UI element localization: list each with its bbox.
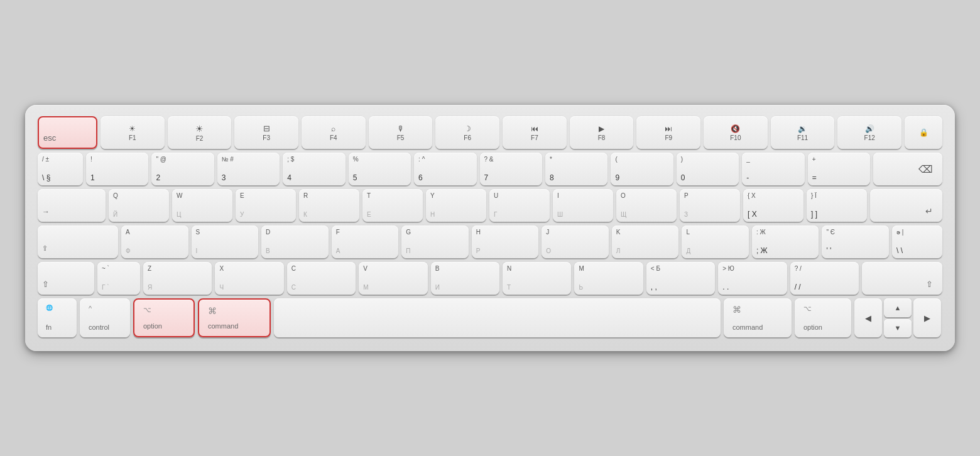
key-f1[interactable]: ☀F1 [101,116,165,149]
key-n[interactable]: N Т [503,262,571,295]
key-e[interactable]: E У [236,189,296,222]
key-x[interactable]: X Ч [215,262,283,295]
key-g[interactable]: G П [401,225,469,258]
key-f11[interactable]: 🔉F11 [771,116,835,149]
key-s[interactable]: S І [192,225,259,258]
asdf-row: ⇪ A Ф S І D В F А G П H Р J О [38,225,942,258]
key-lbracket[interactable]: { X [ Х [743,189,803,222]
key-u[interactable]: U Г [489,189,550,222]
key-f2[interactable]: ☀F2 [168,116,232,149]
key-j[interactable]: J О [542,225,609,258]
key-quote[interactable]: " Є ' ' [822,225,889,258]
key-f7[interactable]: ⏮F7 [503,116,567,149]
key-0[interactable]: ) 0 [677,153,739,185]
key-t[interactable]: T Е [362,189,423,222]
key-command-left[interactable]: ⌘ command [198,298,271,337]
key-fn[interactable]: 🌐 fn [38,298,77,337]
key-2[interactable]: " @ 2 [151,153,214,185]
key-f12[interactable]: 🔊F12 [837,116,901,149]
key-m[interactable]: M Ь [574,262,643,295]
zxcv-row: ⇧ ~ ` Г ` Z Я X Ч C С V М B И N Т [38,262,942,295]
key-p[interactable]: P З [680,189,740,222]
key-arrow-down[interactable]: ▼ [884,319,912,338]
key-z[interactable]: Z Я [143,262,212,295]
key-caps-lock[interactable]: ⇪ [38,225,118,258]
key-option-left[interactable]: ⌥ option [133,298,195,337]
key-backspace[interactable]: ⌫ [873,153,942,185]
key-f10[interactable]: 🔇F10 [704,116,768,149]
key-5[interactable]: % 5 [349,153,411,185]
key-backslash[interactable]: ə | \ \ [892,225,942,258]
key-k[interactable]: K Л [612,225,679,258]
key-esc[interactable]: esc [38,116,97,149]
key-arrow-left[interactable]: ◀ [854,298,882,337]
key-7[interactable]: ? & 7 [480,153,542,185]
key-4[interactable]: ; $ 4 [283,153,345,185]
fn-row: esc ☀F1 ☀F2 ⊟F3 ⌕F4 🎙F5 ☽F6 ⏮F7 ▶F8 ⏭F9 [38,116,942,149]
key-8[interactable]: * 8 [545,153,607,185]
key-lock[interactable]: 🔒 [905,116,942,149]
keyboard: esc ☀F1 ☀F2 ⊟F3 ⌕F4 🎙F5 ☽F6 ⏮F7 ▶F8 ⏭F9 [25,105,955,351]
key-y[interactable]: Y Н [426,189,486,222]
key-comma[interactable]: < Б , , [646,262,715,295]
number-row: / ± \ § ! 1 " @ 2 № # 3 ; $ 4 % 5 : ^ 6 … [38,153,942,185]
key-f[interactable]: F А [332,225,399,258]
key-v[interactable]: V М [359,262,427,295]
key-semicolon[interactable]: : Ж ; Ж [752,225,819,258]
key-z-extra[interactable]: ~ ` Г ` [97,262,140,295]
key-6[interactable]: : ^ 6 [414,153,476,185]
key-f4[interactable]: ⌕F4 [302,116,366,149]
key-option-right[interactable]: ⌥ option [795,298,851,337]
key-w[interactable]: W Ц [172,189,232,222]
key-f3[interactable]: ⊟F3 [234,116,298,149]
key-f8[interactable]: ▶F8 [570,116,634,149]
key-q[interactable]: Q Й [109,189,169,222]
key-enter[interactable]: ↵ [870,189,942,222]
key-f6[interactable]: ☽F6 [435,116,499,149]
key-o[interactable]: O Щ [616,189,677,222]
key-tilde[interactable]: / ± \ § [38,153,83,185]
key-period[interactable]: > Ю . . [718,262,787,295]
key-command-right[interactable]: ⌘ command [724,298,792,337]
key-slash[interactable]: ? / / / [790,262,859,295]
key-a[interactable]: A Ф [121,225,188,258]
key-shift-right[interactable]: ⇧ [862,262,942,295]
key-b[interactable]: B И [431,262,499,295]
key-rbracket[interactable]: } Ï ] ] [807,189,867,222]
key-d[interactable]: D В [261,225,329,258]
key-space[interactable] [274,298,721,337]
key-1[interactable]: ! 1 [86,153,148,185]
key-3[interactable]: № # 3 [217,153,280,185]
bottom-row: 🌐 fn ^ control ⌥ option ⌘ command [38,298,942,337]
key-c[interactable]: C С [287,262,356,295]
key-shift-left[interactable]: ⇧ [38,262,94,295]
key-control[interactable]: ^ control [80,298,130,337]
key-h[interactable]: H Р [472,225,539,258]
key-f9[interactable]: ⏭F9 [636,116,700,149]
key-r[interactable]: R К [299,189,359,222]
key-i[interactable]: I Ш [553,189,613,222]
key-minus[interactable]: _ - [742,153,804,185]
key-tab[interactable]: → [38,189,106,222]
key-l[interactable]: L Д [682,225,749,258]
key-f5[interactable]: 🎙F5 [369,116,433,149]
key-9[interactable]: ( 9 [611,153,673,185]
key-equals[interactable]: + = [808,153,870,185]
qwerty-row: → Q Й W Ц E У R К T Е Y Н U Г [38,189,942,222]
key-arrow-right[interactable]: ▶ [913,298,941,337]
key-arrow-up[interactable]: ▲ [884,298,912,317]
